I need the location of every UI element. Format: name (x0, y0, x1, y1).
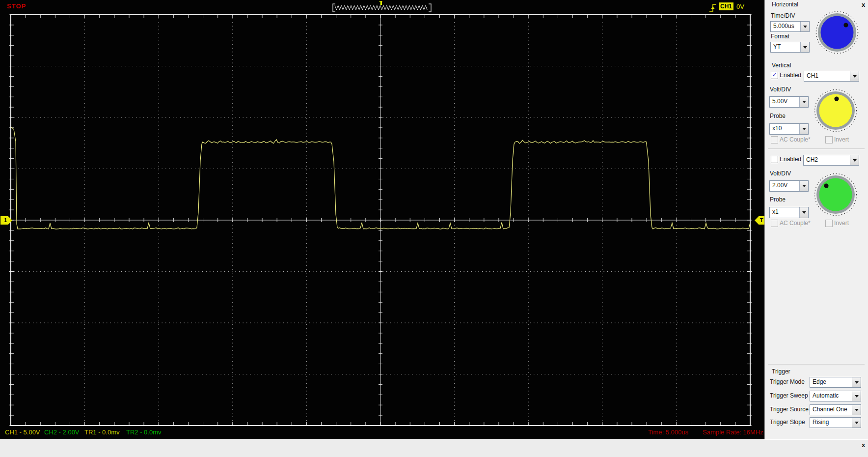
time-div-value: 5.000us (771, 22, 800, 31)
trigger-mode-select[interactable]: Edge (810, 377, 861, 388)
chevron-down-icon[interactable] (800, 22, 809, 31)
graticule (9, 15, 752, 426)
ch2-volt-div-select[interactable]: 2.00V (769, 180, 809, 192)
status-ch1-scale: CH1 - 5.00V (5, 428, 40, 436)
ch1-probe-value: x10 (770, 124, 799, 134)
ch2-enabled-label: Enabled (780, 156, 801, 163)
scope-graticule-svg (0, 0, 764, 439)
ch2-ac-couple-label: AC Couple* (780, 220, 811, 227)
chevron-down-icon[interactable] (799, 124, 808, 134)
ch2-invert-checkbox (825, 220, 833, 227)
status-sample-rate: Sample Rate: 16MHz (703, 428, 763, 436)
trigger-mode-label: Trigger Mode (770, 378, 805, 385)
preview-trigger-position-marker[interactable]: T (379, 0, 382, 6)
chevron-down-icon[interactable] (800, 42, 809, 52)
ch1-volt-div-value: 5.00V (770, 97, 799, 107)
ch1-ac-couple-checkbox (771, 136, 778, 143)
trigger-sweep-select[interactable]: Automatic (810, 391, 861, 401)
chevron-down-icon[interactable] (799, 207, 808, 218)
ch1-enabled-checkbox[interactable] (771, 72, 778, 79)
chevron-down-icon[interactable] (850, 155, 859, 165)
trigger-slope-label: Trigger Slope (770, 419, 805, 426)
trigger-source-value: Channel One (810, 405, 852, 415)
window-close-button[interactable]: x (862, 441, 865, 449)
chevron-down-icon[interactable] (852, 391, 861, 401)
time-div-label: Time/DIV (771, 12, 795, 19)
timebase-knob[interactable] (814, 9, 861, 57)
knob-graphic (814, 9, 861, 56)
ch1-volt-div-knob[interactable] (812, 87, 859, 136)
ch1-invert-label: Invert (834, 136, 849, 143)
ch2-ac-couple-checkbox (771, 220, 778, 227)
status-ch2-scale: CH2 - 2.00V (44, 428, 80, 436)
acquisition-state-label: STOP (7, 2, 26, 10)
chevron-down-icon[interactable] (852, 377, 861, 387)
ch1-probe-select[interactable]: x10 (769, 123, 809, 135)
trigger-slope-value: Rising (810, 418, 852, 428)
chevron-down-icon[interactable] (850, 71, 859, 81)
channel-separator (768, 148, 865, 149)
ch1-volt-div-label: Volt/DIV (770, 86, 791, 93)
trigger-source-badge: CH1 (719, 2, 733, 10)
trigger-group-title: Trigger (772, 368, 790, 375)
trigger-source-select[interactable]: Channel One (810, 404, 861, 415)
ch2-probe-select[interactable]: x1 (769, 207, 809, 218)
horizontal-group-title: Horizontal (772, 1, 798, 8)
trigger-sweep-value: Automatic (810, 391, 852, 401)
status-tr2-level: TR2 - 0.0mv (126, 428, 162, 436)
window-bottom-strip: x (0, 439, 868, 457)
trigger-slope-select[interactable]: Rising (810, 417, 861, 428)
knob-graphic (812, 87, 859, 134)
trigger-source-label: Trigger Source (770, 406, 809, 413)
knob-graphic (812, 171, 859, 218)
vertical-group-title: Vertical (772, 62, 791, 69)
control-panel: Horizontal x Time/DIV 5.000us Format YT … (764, 0, 868, 439)
time-div-select[interactable]: 5.000us (770, 21, 810, 32)
trigger-level-readout: 0V (736, 3, 744, 10)
ch2-channel-value: CH2 (804, 155, 850, 165)
ch1-volt-div-select[interactable]: 5.00V (769, 96, 809, 108)
format-select[interactable]: YT (770, 42, 810, 53)
chevron-down-icon[interactable] (852, 418, 861, 428)
format-value: YT (771, 42, 800, 52)
ch1-enabled-label: Enabled (780, 72, 801, 79)
ch2-volt-div-knob[interactable] (812, 171, 859, 220)
trigger-separator (768, 364, 865, 365)
panel-close-button[interactable]: x (862, 1, 865, 8)
oscilloscope-app: STOP T CH1 0V 1 T CH1 - 5.00V CH2 - 2.00… (0, 0, 868, 457)
ch1-channel-select[interactable]: CH1 (804, 71, 859, 82)
format-label: Format (771, 33, 789, 40)
ch1-invert-checkbox (825, 136, 833, 143)
scope-display: STOP T CH1 0V 1 T CH1 - 5.00V CH2 - 2.00… (0, 0, 764, 439)
status-tr1-level: TR1 - 0.0mv (84, 428, 120, 436)
ch1-probe-label: Probe (770, 113, 786, 119)
ch2-enabled-checkbox[interactable] (771, 156, 778, 163)
ch2-probe-value: x1 (770, 207, 799, 218)
ch2-volt-div-label: Volt/DIV (770, 170, 791, 177)
rising-edge-icon (708, 2, 718, 13)
chevron-down-icon[interactable] (799, 181, 808, 191)
ch2-channel-select[interactable]: CH2 (803, 155, 859, 166)
trigger-mode-value: Edge (810, 377, 852, 387)
trigger-sweep-label: Trigger Sweep (770, 392, 808, 399)
chevron-down-icon[interactable] (852, 405, 861, 415)
status-timebase: Time: 5.000us (648, 428, 688, 436)
ch2-invert-label: Invert (834, 220, 849, 227)
ch1-channel-value: CH1 (804, 71, 850, 81)
ch1-ac-couple-label: AC Couple* (780, 136, 811, 143)
ch2-volt-div-value: 2.00V (770, 181, 799, 191)
ch2-probe-label: Probe (770, 196, 786, 203)
chevron-down-icon[interactable] (799, 97, 808, 107)
